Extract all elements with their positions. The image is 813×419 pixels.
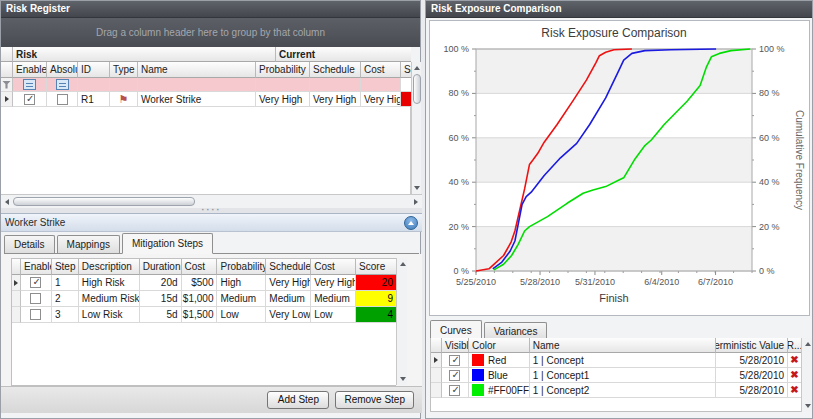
remove-curve-button[interactable]: ✖ bbox=[790, 370, 798, 380]
risk-cost-cell[interactable]: Very High bbox=[361, 92, 401, 107]
scroll-up-button[interactable] bbox=[802, 338, 813, 350]
col-header-name[interactable]: Name bbox=[138, 62, 256, 78]
col-header-step[interactable]: Step bbox=[52, 259, 79, 275]
filter-button-icon[interactable] bbox=[23, 79, 36, 90]
curves-vertical-scrollbar[interactable] bbox=[801, 338, 812, 412]
scroll-up-button[interactable] bbox=[412, 62, 422, 74]
cost2-cell[interactable]: Very High bbox=[311, 275, 356, 291]
risk-id-cell[interactable]: R1 bbox=[78, 92, 110, 107]
visible-checkbox[interactable] bbox=[449, 385, 460, 396]
scrollbar-thumb[interactable] bbox=[13, 197, 195, 206]
deterministic-value-cell[interactable]: 5/28/2010 bbox=[716, 368, 788, 383]
enabled-checkbox[interactable] bbox=[24, 94, 35, 105]
scroll-down-button[interactable] bbox=[412, 182, 422, 194]
schedule-cell[interactable]: Very Low bbox=[266, 307, 311, 323]
collapse-panel-button[interactable] bbox=[404, 216, 418, 230]
duration-cell[interactable]: 15d bbox=[140, 291, 182, 307]
risk-probability-cell[interactable]: Very High bbox=[256, 92, 310, 107]
col-header-description[interactable]: Description bbox=[79, 259, 140, 275]
mitigation-step-row[interactable]: 2 Medium Risk 15d $1,000 Medium Medium M… bbox=[12, 291, 396, 307]
col-header-cost[interactable]: Cost bbox=[361, 62, 401, 78]
curve-row[interactable]: #FF00FF00 1 | Concept2 5/28/2010 ✖ bbox=[431, 383, 801, 398]
schedule-cell[interactable]: Medium bbox=[266, 291, 311, 307]
visible-checkbox[interactable] bbox=[449, 370, 460, 381]
mitigation-vertical-scrollbar[interactable] bbox=[396, 258, 407, 385]
mitigation-step-row[interactable]: 3 Low Risk 5d $1,500 Low Very Low Low 4 bbox=[12, 307, 396, 323]
cost-cell[interactable]: $1,500 bbox=[182, 307, 218, 323]
remove-curve-button[interactable]: ✖ bbox=[790, 385, 798, 395]
col-header-duration[interactable]: Duration bbox=[140, 259, 182, 275]
col-header-enabled[interactable]: Enabled bbox=[21, 259, 52, 275]
filter-cell-schedule[interactable] bbox=[310, 78, 361, 92]
col-header-score[interactable]: Sc bbox=[401, 62, 411, 78]
cost2-cell[interactable]: Low bbox=[311, 307, 356, 323]
probability-cell[interactable]: Low bbox=[217, 307, 266, 323]
filter-cell-name[interactable] bbox=[138, 78, 256, 92]
schedule-cell[interactable]: Very High bbox=[266, 275, 311, 291]
mitigation-step-row[interactable]: 1 High Risk 20d $500 High Very High Very… bbox=[12, 275, 396, 291]
duration-cell[interactable]: 20d bbox=[140, 275, 182, 291]
score-cell[interactable]: 4 bbox=[356, 307, 396, 323]
description-cell[interactable]: Medium Risk bbox=[79, 291, 140, 307]
group-by-drop-zone[interactable]: Drag a column header here to group by th… bbox=[1, 18, 420, 47]
add-step-button[interactable]: Add Step bbox=[267, 391, 329, 409]
enabled-checkbox[interactable] bbox=[30, 277, 41, 288]
score-cell[interactable]: 9 bbox=[356, 291, 396, 307]
col-header-color[interactable]: Color bbox=[469, 338, 530, 353]
score-cell[interactable]: 20 bbox=[356, 275, 396, 291]
curve-row[interactable]: Red 1 | Concept 5/28/2010 ✖ bbox=[431, 353, 801, 368]
filter-button-icon[interactable] bbox=[56, 79, 69, 90]
step-cell[interactable]: 2 bbox=[52, 291, 79, 307]
tab-mappings[interactable]: Mappings bbox=[57, 235, 120, 253]
deterministic-value-cell[interactable]: 5/28/2010 bbox=[716, 353, 788, 368]
step-cell[interactable]: 1 bbox=[52, 275, 79, 291]
risk-absolute-cell[interactable] bbox=[47, 92, 78, 107]
col-header-schedule[interactable]: Schedule bbox=[266, 259, 311, 275]
description-cell[interactable]: Low Risk bbox=[79, 307, 140, 323]
name-cell[interactable]: 1 | Concept2 bbox=[530, 383, 716, 398]
col-header-enabled[interactable]: Enabled bbox=[13, 62, 47, 78]
duration-cell[interactable]: 5d bbox=[140, 307, 182, 323]
deterministic-value-cell[interactable]: 5/28/2010 bbox=[716, 383, 788, 398]
color-swatch[interactable] bbox=[472, 354, 484, 366]
col-header-cost2[interactable]: Cost bbox=[311, 259, 356, 275]
col-header-type[interactable]: Type bbox=[110, 62, 138, 78]
scroll-down-button[interactable] bbox=[802, 400, 813, 412]
risk-type-cell[interactable]: ⚑ bbox=[110, 92, 138, 107]
scroll-right-button[interactable] bbox=[410, 196, 422, 208]
color-cell[interactable]: Blue bbox=[469, 368, 530, 383]
risk-enabled-cell[interactable] bbox=[13, 92, 47, 107]
step-cell[interactable]: 3 bbox=[52, 307, 79, 323]
filter-cell-absolute[interactable] bbox=[47, 78, 78, 92]
enabled-checkbox[interactable] bbox=[30, 309, 41, 320]
color-swatch[interactable] bbox=[472, 369, 484, 381]
scrollbar-thumb[interactable] bbox=[413, 74, 421, 104]
tab-details[interactable]: Details bbox=[4, 235, 55, 253]
band-header-risk[interactable]: Risk bbox=[13, 47, 276, 62]
absolute-checkbox[interactable] bbox=[57, 94, 68, 105]
visible-checkbox[interactable] bbox=[449, 355, 460, 366]
scroll-down-button[interactable] bbox=[397, 373, 408, 385]
cost-cell[interactable]: $500 bbox=[182, 275, 218, 291]
risk-schedule-cell[interactable]: Very High bbox=[310, 92, 361, 107]
col-header-schedule[interactable]: Schedule bbox=[310, 62, 361, 78]
col-header-id[interactable]: ID bbox=[78, 62, 110, 78]
col-header-deterministic-value[interactable]: Deterministic Value bbox=[716, 338, 788, 353]
risk-grid-vertical-scrollbar[interactable] bbox=[411, 62, 421, 194]
color-cell[interactable]: #FF00FF00 bbox=[469, 383, 530, 398]
col-header-absolute[interactable]: Absolu... bbox=[47, 62, 78, 78]
filter-cell-score[interactable] bbox=[401, 78, 411, 92]
col-header-probability[interactable]: Probability bbox=[217, 259, 266, 275]
enabled-checkbox[interactable] bbox=[30, 293, 41, 304]
name-cell[interactable]: 1 | Concept bbox=[530, 353, 716, 368]
filter-cell-enabled[interactable] bbox=[13, 78, 47, 92]
name-cell[interactable]: 1 | Concept1 bbox=[530, 368, 716, 383]
band-header-current[interactable]: Current bbox=[276, 47, 411, 62]
filter-cell-probability[interactable] bbox=[256, 78, 310, 92]
color-cell[interactable]: Red bbox=[469, 353, 530, 368]
cost-cell[interactable]: $1,000 bbox=[182, 291, 218, 307]
tab-mitigation-steps[interactable]: Mitigation Steps bbox=[122, 233, 213, 254]
risk-name-cell[interactable]: Worker Strike bbox=[138, 92, 256, 107]
col-header-remove[interactable]: R... bbox=[788, 338, 801, 353]
filter-cell-type[interactable] bbox=[110, 78, 138, 92]
